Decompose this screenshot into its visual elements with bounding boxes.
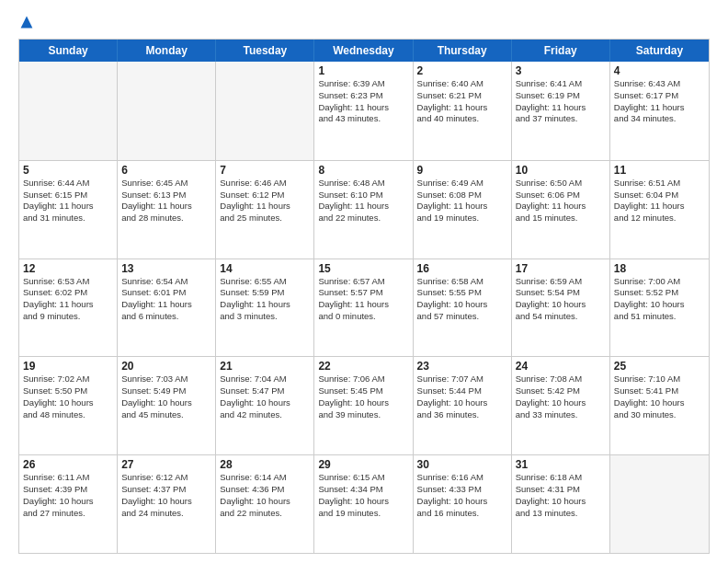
day-info: Sunrise: 6:41 AM Sunset: 6:19 PM Dayligh… (516, 78, 606, 125)
day-info: Sunrise: 6:50 AM Sunset: 6:06 PM Dayligh… (516, 178, 606, 224)
day-info: Sunrise: 6:58 AM Sunset: 5:55 PM Dayligh… (417, 276, 507, 323)
day-info: Sunrise: 7:06 AM Sunset: 5:45 PM Dayligh… (318, 373, 408, 420)
day-number: 3 (516, 64, 606, 77)
day-number: 29 (318, 458, 408, 471)
calendar-cell: 18Sunrise: 7:00 AM Sunset: 5:52 PM Dayli… (610, 259, 709, 357)
day-number: 4 (614, 64, 705, 77)
day-number: 26 (23, 458, 113, 471)
calendar-cell: 13Sunrise: 6:54 AM Sunset: 6:01 PM Dayli… (118, 259, 216, 357)
calendar-cell: 6Sunrise: 6:45 AM Sunset: 6:13 PM Daylig… (118, 161, 216, 259)
day-info: Sunrise: 6:54 AM Sunset: 6:01 PM Dayligh… (121, 276, 211, 323)
day-number: 7 (220, 164, 310, 177)
day-info: Sunrise: 7:07 AM Sunset: 5:44 PM Dayligh… (417, 373, 507, 420)
calendar-cell: 26Sunrise: 6:11 AM Sunset: 4:39 PM Dayli… (19, 455, 118, 553)
day-number: 15 (318, 262, 408, 275)
calendar-cell: 9Sunrise: 6:49 AM Sunset: 6:08 PM Daylig… (414, 161, 512, 259)
day-info: Sunrise: 7:03 AM Sunset: 5:49 PM Dayligh… (121, 373, 211, 420)
day-info: Sunrise: 6:18 AM Sunset: 4:31 PM Dayligh… (516, 472, 606, 519)
calendar-cell: 23Sunrise: 7:07 AM Sunset: 5:44 PM Dayli… (414, 357, 512, 454)
weekday-header: Sunday (19, 40, 118, 62)
calendar-cell: 5Sunrise: 6:44 AM Sunset: 6:15 PM Daylig… (19, 161, 118, 259)
logo (18, 15, 35, 29)
day-number: 8 (318, 164, 408, 177)
day-number: 20 (121, 360, 211, 373)
calendar-cell: 11Sunrise: 6:51 AM Sunset: 6:04 PM Dayli… (610, 161, 709, 259)
calendar-cell: 29Sunrise: 6:15 AM Sunset: 4:34 PM Dayli… (314, 455, 413, 553)
svg-marker-0 (21, 17, 33, 29)
calendar-cell: 3Sunrise: 6:41 AM Sunset: 6:19 PM Daylig… (512, 62, 610, 160)
day-info: Sunrise: 6:55 AM Sunset: 5:59 PM Dayligh… (220, 276, 310, 323)
day-number: 21 (220, 360, 310, 373)
calendar-cell: 16Sunrise: 6:58 AM Sunset: 5:55 PM Dayli… (414, 259, 512, 357)
logo-icon (19, 15, 34, 29)
calendar-cell: 21Sunrise: 7:04 AM Sunset: 5:47 PM Dayli… (216, 357, 314, 454)
day-info: Sunrise: 6:12 AM Sunset: 4:37 PM Dayligh… (121, 472, 211, 519)
day-number: 25 (614, 360, 705, 373)
day-number: 1 (318, 64, 408, 77)
calendar-body: 1Sunrise: 6:39 AM Sunset: 6:23 PM Daylig… (19, 62, 709, 553)
day-info: Sunrise: 6:46 AM Sunset: 6:12 PM Dayligh… (220, 178, 310, 224)
day-number: 2 (417, 64, 507, 77)
day-number: 9 (417, 164, 507, 177)
day-info: Sunrise: 6:59 AM Sunset: 5:54 PM Dayligh… (516, 276, 606, 323)
calendar-cell: 14Sunrise: 6:55 AM Sunset: 5:59 PM Dayli… (216, 259, 314, 357)
weekday-header: Saturday (610, 40, 709, 62)
day-number: 5 (23, 164, 113, 177)
day-number: 16 (417, 262, 507, 275)
day-info: Sunrise: 6:48 AM Sunset: 6:10 PM Dayligh… (318, 178, 408, 224)
page-container: SundayMondayTuesdayWednesdayThursdayFrid… (0, 0, 728, 563)
weekday-header: Monday (118, 40, 216, 62)
day-number: 22 (318, 360, 408, 373)
day-info: Sunrise: 6:57 AM Sunset: 5:57 PM Dayligh… (318, 276, 408, 323)
calendar-cell (19, 62, 118, 160)
calendar-cell: 12Sunrise: 6:53 AM Sunset: 6:02 PM Dayli… (19, 259, 118, 357)
calendar-row: 12Sunrise: 6:53 AM Sunset: 6:02 PM Dayli… (19, 259, 709, 357)
day-number: 19 (23, 360, 113, 373)
calendar-cell: 15Sunrise: 6:57 AM Sunset: 5:57 PM Dayli… (314, 259, 413, 357)
day-info: Sunrise: 6:45 AM Sunset: 6:13 PM Dayligh… (121, 178, 211, 224)
calendar-cell: 8Sunrise: 6:48 AM Sunset: 6:10 PM Daylig… (314, 161, 413, 259)
day-info: Sunrise: 6:51 AM Sunset: 6:04 PM Dayligh… (614, 178, 705, 224)
calendar-cell: 10Sunrise: 6:50 AM Sunset: 6:06 PM Dayli… (512, 161, 610, 259)
calendar-cell: 19Sunrise: 7:02 AM Sunset: 5:50 PM Dayli… (19, 357, 118, 454)
calendar-cell: 4Sunrise: 6:43 AM Sunset: 6:17 PM Daylig… (610, 62, 709, 160)
day-info: Sunrise: 6:40 AM Sunset: 6:21 PM Dayligh… (417, 78, 507, 125)
day-number: 11 (614, 164, 705, 177)
calendar-cell: 31Sunrise: 6:18 AM Sunset: 4:31 PM Dayli… (512, 455, 610, 553)
calendar-row: 26Sunrise: 6:11 AM Sunset: 4:39 PM Dayli… (19, 454, 709, 553)
day-info: Sunrise: 6:39 AM Sunset: 6:23 PM Dayligh… (318, 78, 408, 125)
day-number: 17 (516, 262, 606, 275)
calendar-cell: 1Sunrise: 6:39 AM Sunset: 6:23 PM Daylig… (314, 62, 413, 160)
day-info: Sunrise: 6:53 AM Sunset: 6:02 PM Dayligh… (23, 276, 113, 323)
calendar-cell: 27Sunrise: 6:12 AM Sunset: 4:37 PM Dayli… (118, 455, 216, 553)
calendar-cell (610, 455, 709, 553)
day-number: 28 (220, 458, 310, 471)
weekday-header: Thursday (414, 40, 512, 62)
day-info: Sunrise: 7:00 AM Sunset: 5:52 PM Dayligh… (614, 276, 705, 323)
day-info: Sunrise: 7:04 AM Sunset: 5:47 PM Dayligh… (220, 373, 310, 420)
day-number: 10 (516, 164, 606, 177)
day-info: Sunrise: 6:44 AM Sunset: 6:15 PM Dayligh… (23, 178, 113, 224)
day-number: 27 (121, 458, 211, 471)
calendar-cell: 20Sunrise: 7:03 AM Sunset: 5:49 PM Dayli… (118, 357, 216, 454)
day-number: 13 (121, 262, 211, 275)
day-info: Sunrise: 6:16 AM Sunset: 4:33 PM Dayligh… (417, 472, 507, 519)
day-info: Sunrise: 7:02 AM Sunset: 5:50 PM Dayligh… (23, 373, 113, 420)
calendar-header: SundayMondayTuesdayWednesdayThursdayFrid… (19, 40, 709, 62)
day-number: 30 (417, 458, 507, 471)
day-number: 12 (23, 262, 113, 275)
calendar-cell (118, 62, 216, 160)
day-info: Sunrise: 6:15 AM Sunset: 4:34 PM Dayligh… (318, 472, 408, 519)
calendar-row: 1Sunrise: 6:39 AM Sunset: 6:23 PM Daylig… (19, 62, 709, 160)
day-info: Sunrise: 7:08 AM Sunset: 5:42 PM Dayligh… (516, 373, 606, 420)
weekday-header: Friday (512, 40, 610, 62)
calendar-row: 19Sunrise: 7:02 AM Sunset: 5:50 PM Dayli… (19, 356, 709, 454)
calendar: SundayMondayTuesdayWednesdayThursdayFrid… (18, 39, 710, 554)
day-number: 14 (220, 262, 310, 275)
day-number: 31 (516, 458, 606, 471)
calendar-cell: 17Sunrise: 6:59 AM Sunset: 5:54 PM Dayli… (512, 259, 610, 357)
day-number: 6 (121, 164, 211, 177)
day-info: Sunrise: 7:10 AM Sunset: 5:41 PM Dayligh… (614, 373, 705, 420)
calendar-cell: 7Sunrise: 6:46 AM Sunset: 6:12 PM Daylig… (216, 161, 314, 259)
weekday-header: Wednesday (314, 40, 413, 62)
